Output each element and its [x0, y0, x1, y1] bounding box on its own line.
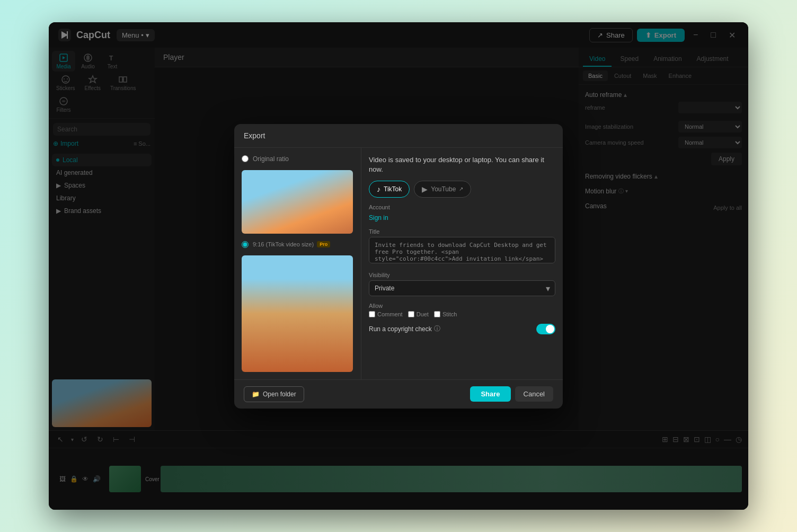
- visibility-wrapper: Private Public Friends ▾: [369, 280, 555, 296]
- toggle-knob: [546, 325, 554, 333]
- title-input[interactable]: Invite friends to download CapCut Deskto…: [369, 237, 555, 263]
- allow-duet[interactable]: Duet: [408, 311, 429, 317]
- ratio-preview-original: [242, 170, 353, 234]
- modal-body: Original ratio 9:16 (TikTok video size) …: [234, 148, 563, 379]
- platform-tab-tiktok[interactable]: ♪ TikTok: [369, 181, 410, 198]
- title-section: Title Invite friends to download CapCut …: [369, 228, 555, 265]
- ratio-radio-original[interactable]: [242, 155, 249, 162]
- tiktok-icon: ♪: [377, 185, 380, 193]
- ratio-preview-916: [242, 255, 353, 372]
- ratio-option-916[interactable]: 9:16 (TikTok video size) Pro: [242, 241, 353, 248]
- modal-header: Export: [234, 124, 563, 148]
- account-label: Account: [369, 204, 555, 210]
- app-window: CapCut Menu • ▾ ↗ Share ⬆ Export − □ ✕: [49, 22, 748, 510]
- title-label: Title: [369, 228, 555, 235]
- modal-left: Original ratio 9:16 (TikTok video size) …: [234, 148, 361, 379]
- export-modal: Export Original ratio 9:16 (TikTok: [234, 124, 563, 409]
- copyright-section: Run a copyright check ⓘ: [369, 324, 555, 334]
- copyright-toggle[interactable]: [536, 324, 555, 334]
- allow-label: Allow: [369, 303, 555, 309]
- account-section: Account Sign in: [369, 204, 555, 222]
- saved-message: Video is saved to your desktop or laptop…: [369, 155, 555, 174]
- duet-checkbox[interactable]: [408, 311, 414, 317]
- allow-section: Allow Comment Duet: [369, 303, 555, 317]
- platform-tab-youtube[interactable]: ▶ YouTube ↗: [414, 181, 471, 198]
- stitch-checkbox[interactable]: [434, 311, 440, 317]
- allow-stitch[interactable]: Stitch: [434, 311, 457, 317]
- footer-right: Share Cancel: [470, 386, 553, 402]
- ratio-label-916: 9:16 (TikTok video size) Pro: [253, 241, 330, 247]
- cancel-button[interactable]: Cancel: [515, 386, 553, 402]
- share-final-button[interactable]: Share: [470, 386, 510, 402]
- ratio-option-original[interactable]: Original ratio: [242, 155, 353, 163]
- sign-in-link[interactable]: Sign in: [369, 214, 388, 221]
- youtube-icon: ▶: [422, 185, 428, 193]
- modal-right: Video is saved to your desktop or laptop…: [361, 148, 563, 379]
- copyright-label: Run a copyright check ⓘ: [369, 324, 440, 333]
- allow-row: Comment Duet Stitch: [369, 311, 555, 317]
- allow-comment[interactable]: Comment: [369, 311, 403, 317]
- visibility-select[interactable]: Private Public Friends: [369, 280, 555, 296]
- visibility-label: Visibility: [369, 272, 555, 278]
- comment-checkbox[interactable]: [369, 311, 375, 317]
- visibility-section: Visibility Private Public Friends ▾: [369, 272, 555, 296]
- modal-overlay: Export Original ratio 9:16 (TikTok: [49, 22, 748, 510]
- copyright-info-icon: ⓘ: [434, 324, 440, 333]
- ratio-radio-916[interactable]: [242, 241, 249, 248]
- platform-tabs: ♪ TikTok ▶ YouTube ↗: [369, 181, 555, 198]
- pro-badge: Pro: [317, 241, 330, 247]
- modal-footer: 📁 Open folder Share Cancel: [234, 379, 563, 409]
- open-folder-button[interactable]: 📁 Open folder: [244, 386, 304, 402]
